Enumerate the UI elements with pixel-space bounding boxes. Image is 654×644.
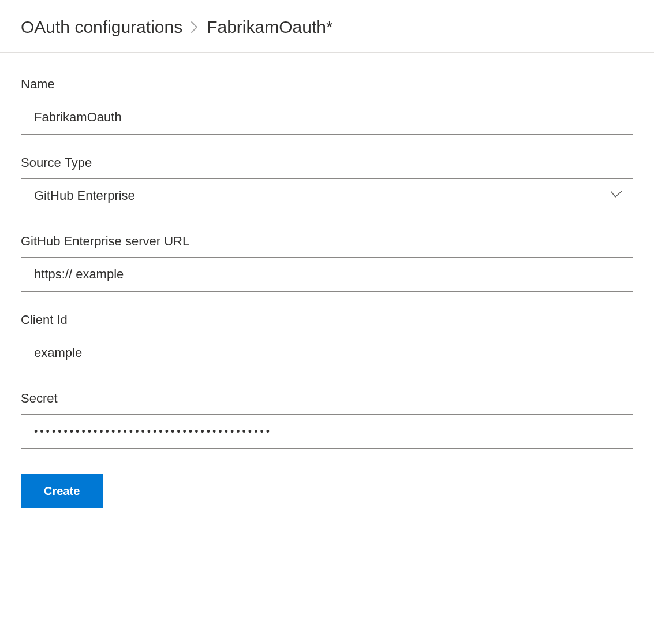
divider	[0, 52, 654, 53]
secret-input[interactable]	[21, 414, 633, 449]
source-type-field: Source Type	[21, 155, 633, 213]
breadcrumb-current: FabrikamOauth*	[207, 17, 332, 37]
server-url-label: GitHub Enterprise server URL	[21, 234, 633, 249]
name-label: Name	[21, 77, 633, 92]
source-type-label: Source Type	[21, 155, 633, 170]
name-input[interactable]	[21, 100, 633, 135]
source-type-select-wrapper	[21, 178, 633, 213]
client-id-input[interactable]	[21, 336, 633, 370]
server-url-input[interactable]	[21, 257, 633, 292]
source-type-select[interactable]	[21, 178, 633, 213]
secret-label: Secret	[21, 391, 633, 406]
name-field: Name	[21, 77, 633, 135]
breadcrumb-parent-link[interactable]: OAuth configurations	[21, 17, 182, 37]
client-id-field: Client Id	[21, 312, 633, 370]
secret-field: Secret	[21, 391, 633, 449]
breadcrumb: OAuth configurations FabrikamOauth*	[21, 17, 633, 37]
chevron-right-icon	[190, 21, 199, 33]
create-button[interactable]: Create	[21, 474, 103, 508]
server-url-field: GitHub Enterprise server URL	[21, 234, 633, 292]
client-id-label: Client Id	[21, 312, 633, 327]
